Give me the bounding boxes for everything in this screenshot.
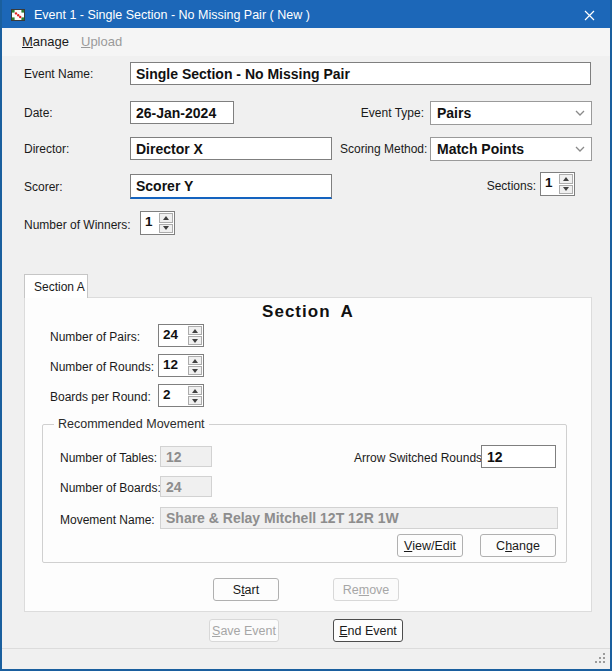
sections-label: Sections: (480, 179, 536, 193)
spin-down-button[interactable] (188, 336, 202, 345)
date-field[interactable] (130, 101, 234, 124)
status-bar (2, 649, 610, 667)
date-label: Date: (24, 106, 53, 120)
menu-bar: Manage Upload (2, 28, 610, 56)
menu-manage[interactable]: Manage (22, 34, 69, 49)
scoring-method-label: Scoring Method: (340, 142, 424, 156)
recommended-movement-label: Recommended Movement (54, 417, 209, 431)
titlebar[interactable]: Event 1 - Single Section - No Missing Pa… (0, 0, 612, 30)
arrow-switched-rounds-label: Arrow Switched Rounds: (354, 451, 476, 465)
boards-per-round-label: Boards per Round: (50, 390, 151, 404)
spin-up-button[interactable] (188, 386, 202, 395)
event-name-field[interactable] (130, 62, 591, 85)
number-of-tables-field (160, 446, 212, 467)
close-button[interactable] (566, 0, 612, 30)
spin-down-button[interactable] (188, 366, 202, 375)
event-type-select[interactable]: Pairs (430, 101, 592, 125)
window-title: Event 1 - Single Section - No Missing Pa… (34, 8, 310, 22)
resize-grip-icon[interactable] (595, 653, 607, 665)
bridge-board-icon (10, 7, 26, 23)
menu-upload: Upload (81, 34, 122, 49)
sections-stepper[interactable]: 1 (540, 172, 575, 196)
start-button[interactable]: Start (213, 578, 279, 601)
spin-down-button[interactable] (188, 396, 202, 405)
director-label: Director: (24, 142, 69, 156)
tab-section-a[interactable]: Section A (24, 274, 88, 298)
boards-per-round-stepper[interactable]: 2 (158, 384, 204, 407)
chevron-down-icon (575, 146, 585, 152)
section-heading: Section A (24, 302, 592, 322)
view-edit-button[interactable]: View/Edit (397, 534, 463, 557)
number-of-pairs-stepper[interactable]: 24 (158, 324, 204, 347)
number-of-winners-stepper[interactable]: 1 (140, 211, 175, 235)
number-of-boards-field (160, 476, 212, 497)
number-of-winners-label: Number of Winners: (24, 218, 131, 232)
scorer-field[interactable] (130, 174, 332, 199)
spin-up-button[interactable] (188, 326, 202, 335)
number-of-boards-label: Number of Boards: (60, 481, 161, 495)
number-of-rounds-stepper[interactable]: 12 (158, 354, 204, 377)
spin-up-button[interactable] (159, 213, 173, 223)
movement-name-field (160, 507, 558, 529)
spin-up-button[interactable] (559, 174, 573, 184)
scorer-label: Scorer: (24, 180, 63, 194)
director-field[interactable] (130, 137, 332, 160)
number-of-pairs-label: Number of Pairs: (50, 330, 140, 344)
event-type-label: Event Type: (354, 106, 424, 120)
movement-name-label: Movement Name: (60, 513, 155, 527)
save-event-button: Save Event (209, 619, 279, 642)
event-name-label: Event Name: (24, 67, 93, 81)
chevron-down-icon (575, 110, 585, 116)
spin-down-button[interactable] (559, 185, 573, 195)
number-of-rounds-label: Number of Rounds: (50, 360, 154, 374)
close-icon (584, 10, 595, 21)
scoring-method-select[interactable]: Match Points (430, 137, 592, 161)
event-setup-window: Event 1 - Single Section - No Missing Pa… (0, 0, 612, 671)
remove-button: Remove (333, 578, 399, 601)
change-button[interactable]: Change (480, 534, 556, 557)
number-of-tables-label: Number of Tables: (60, 451, 157, 465)
arrow-switched-rounds-field[interactable] (481, 445, 556, 468)
spin-down-button[interactable] (159, 224, 173, 234)
end-event-button[interactable]: End Event (333, 619, 403, 642)
spin-up-button[interactable] (188, 356, 202, 365)
